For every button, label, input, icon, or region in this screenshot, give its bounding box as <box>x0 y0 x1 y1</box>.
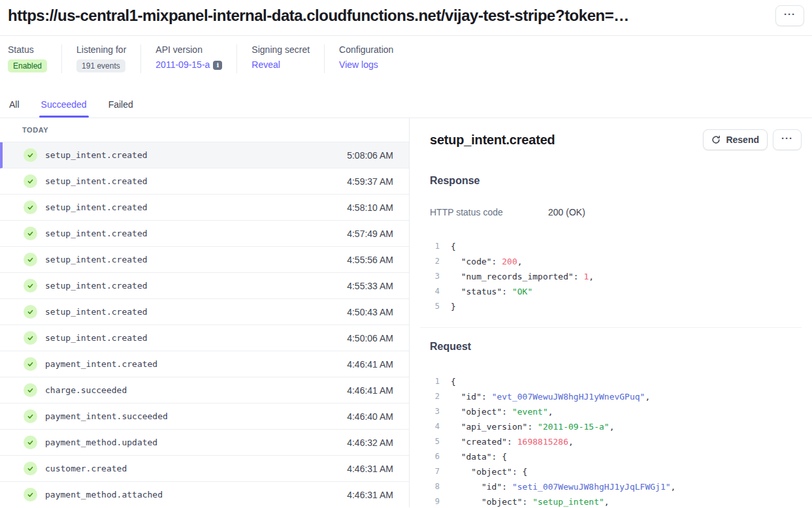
event-name: setup_intent.created <box>45 255 347 264</box>
resend-label: Resend <box>726 135 759 145</box>
list-item[interactable]: setup_intent.created 4:57:49 AM <box>0 221 409 247</box>
request-heading: Request <box>430 341 802 353</box>
check-icon <box>24 227 37 240</box>
line-number: 7 <box>430 464 440 479</box>
response-code-block: 1 { 2 "code": 200, 3 "num_records_import… <box>430 239 802 314</box>
event-time: 4:55:33 AM <box>347 281 393 291</box>
event-time: 4:50:43 AM <box>347 307 393 317</box>
http-status-row: HTTP status code 200 (OK) <box>430 207 802 217</box>
ellipsis-icon: ··· <box>781 133 793 143</box>
check-icon <box>24 148 37 162</box>
resend-icon <box>711 135 721 144</box>
line-number: 1 <box>430 374 440 389</box>
resend-button[interactable]: Resend <box>703 129 768 150</box>
page-header: https://us-central1-mixpanel-internal-da… <box>0 0 812 36</box>
tab-failed[interactable]: Failed <box>108 99 133 118</box>
http-status-value: 200 (OK) <box>548 207 585 217</box>
code-line: 2 "code": 200, <box>430 254 802 269</box>
event-name: setup_intent.created <box>45 307 347 317</box>
line-number: 6 <box>430 449 440 464</box>
reveal-link[interactable]: Reveal <box>252 59 280 70</box>
event-list: TODAY setup_intent.created 5:08:06 AM se… <box>0 118 410 507</box>
event-name: payment_intent.created <box>45 359 347 369</box>
code-line: 5 } <box>430 299 802 314</box>
tab-all[interactable]: All <box>9 99 20 118</box>
api-version-link[interactable]: 2011-09-15-a <box>155 59 210 70</box>
status-label: Status <box>8 44 47 55</box>
check-icon <box>24 383 37 397</box>
list-item[interactable]: payment_intent.succeeded 4:46:40 AM <box>0 404 409 430</box>
response-heading: Response <box>430 175 802 187</box>
line-number: 9 <box>430 494 440 507</box>
line-number: 4 <box>430 284 440 299</box>
code-line: 1 { <box>430 239 802 254</box>
list-item[interactable]: charge.succeeded 4:46:41 AM <box>0 377 409 404</box>
event-name: payment_method.attached <box>45 490 347 500</box>
event-time: 4:46:41 AM <box>347 385 393 396</box>
event-time: 4:55:56 AM <box>347 255 393 265</box>
status-label: API version <box>155 44 222 55</box>
check-icon <box>24 305 37 319</box>
line-number: 8 <box>430 479 440 494</box>
status-group-signing-secret: Signing secret Reveal <box>236 44 324 73</box>
line-number: 4 <box>430 419 440 434</box>
status-label: Signing secret <box>252 44 310 55</box>
events-count-badge: 191 events <box>76 59 125 72</box>
request-code-block: 1 { 2 "id": "evt_007WewuJW8hgHJ1yWnevGPu… <box>430 374 802 507</box>
http-status-label: HTTP status code <box>430 207 548 217</box>
line-number: 1 <box>430 239 440 254</box>
event-detail-panel: setup_intent.created Resend ··· Response… <box>410 118 812 507</box>
line-number: 3 <box>430 404 440 419</box>
page-overflow-menu-button[interactable]: ··· <box>775 5 804 26</box>
detail-overflow-menu-button[interactable]: ··· <box>773 129 802 150</box>
event-time: 4:46:31 AM <box>347 490 393 500</box>
page-title: https://us-central1-mixpanel-internal-da… <box>8 5 629 25</box>
status-group-listening-for: Listening for 191 events <box>61 44 140 73</box>
list-item[interactable]: setup_intent.created 4:59:37 AM <box>0 168 409 195</box>
event-detail-title: setup_intent.created <box>430 133 555 148</box>
code-line: 7 "object": { <box>430 464 802 479</box>
list-item[interactable]: setup_intent.created 5:08:06 AM <box>0 142 409 168</box>
line-number: 5 <box>430 299 440 314</box>
code-line: 1 { <box>430 374 802 389</box>
list-item[interactable]: customer.created 4:46:31 AM <box>0 456 409 482</box>
line-number: 3 <box>430 269 440 284</box>
list-item[interactable]: setup_intent.created 4:55:33 AM <box>0 273 409 299</box>
event-name: charge.succeeded <box>45 385 347 395</box>
info-icon[interactable]: i <box>213 61 222 70</box>
list-item[interactable]: setup_intent.created 4:50:43 AM <box>0 299 409 325</box>
section-divider <box>420 327 802 328</box>
event-name: payment_method.updated <box>45 437 347 447</box>
tab-succeeded[interactable]: Succeeded <box>41 99 87 118</box>
event-time: 4:50:06 AM <box>347 333 393 343</box>
event-time: 4:57:49 AM <box>347 229 393 239</box>
list-item[interactable]: setup_intent.created 4:50:06 AM <box>0 325 409 351</box>
check-icon <box>24 409 37 423</box>
status-label: Configuration <box>339 44 393 55</box>
event-filter-tabs: All Succeeded Failed <box>9 99 812 118</box>
code-line: 3 "object": "event", <box>430 404 802 419</box>
event-rows: setup_intent.created 5:08:06 AM setup_in… <box>0 142 409 507</box>
event-time: 4:46:32 AM <box>347 437 393 448</box>
webhook-endpoint-page: https://us-central1-mixpanel-internal-da… <box>0 0 812 508</box>
event-name: setup_intent.created <box>45 229 347 238</box>
code-line: 4 "status": "OK" <box>430 284 802 299</box>
list-item[interactable]: payment_method.updated 4:46:32 AM <box>0 430 409 456</box>
line-number: 2 <box>430 389 440 404</box>
code-line: 6 "data": { <box>430 449 802 464</box>
detail-actions: Resend ··· <box>703 129 802 150</box>
list-item[interactable]: setup_intent.created 4:58:10 AM <box>0 195 409 221</box>
event-name: payment_intent.succeeded <box>45 411 347 421</box>
check-icon <box>24 436 37 449</box>
code-line: 5 "created": 1698815286, <box>430 434 802 449</box>
check-icon <box>24 200 37 214</box>
event-time: 4:46:31 AM <box>347 464 393 474</box>
list-item[interactable]: payment_method.attached 4:46:31 AM <box>0 482 409 507</box>
event-time: 4:59:37 AM <box>347 176 393 187</box>
view-logs-link[interactable]: View logs <box>339 59 378 70</box>
code-line: 4 "api_version": "2011-09-15-a", <box>430 419 802 434</box>
list-item[interactable]: payment_intent.created 4:46:41 AM <box>0 351 409 377</box>
check-icon <box>24 488 37 501</box>
list-item[interactable]: setup_intent.created 4:55:56 AM <box>0 247 409 273</box>
check-icon <box>24 174 37 188</box>
